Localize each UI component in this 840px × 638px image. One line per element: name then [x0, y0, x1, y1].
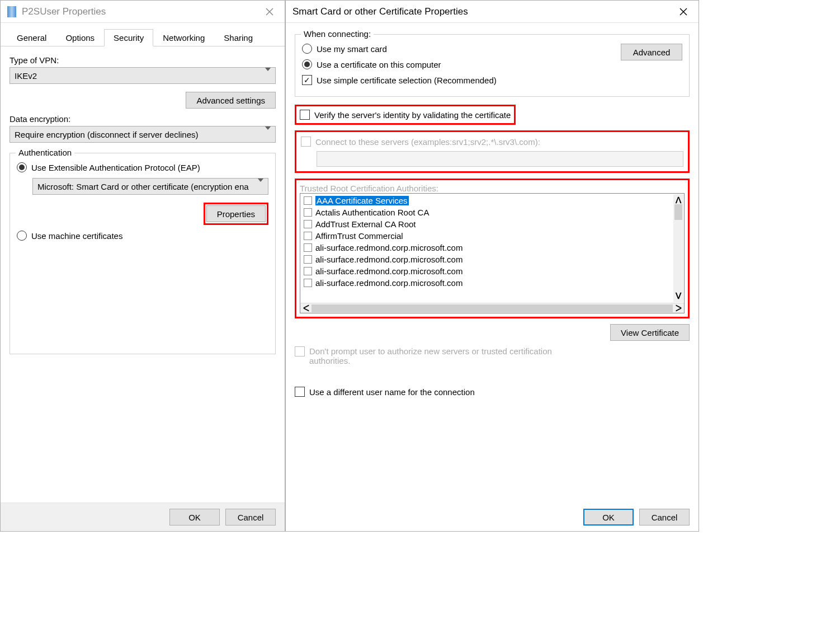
list-item[interactable]: AddTrust External CA Root [301, 218, 683, 230]
titlebar: P2SUser Properties [1, 1, 285, 23]
chevron-down-icon [265, 130, 271, 139]
simple-selection-checkbox[interactable] [302, 75, 312, 85]
connect-servers-label: Connect to these servers (examples:srv1;… [315, 137, 540, 147]
eap-radio-label: Use Extensible Authentication Protocol (… [31, 163, 200, 172]
list-item[interactable]: AffirmTrust Commercial [301, 230, 683, 242]
data-encryption-value: Require encryption (disconnect if server… [15, 130, 198, 139]
tab-sharing[interactable]: Sharing [214, 29, 262, 46]
left-footer: OK Cancel [1, 503, 285, 531]
item-checkbox[interactable] [304, 196, 312, 205]
properties-button[interactable]: Properties [206, 205, 266, 222]
item-checkbox[interactable] [304, 243, 312, 252]
vpn-type-combo[interactable]: IKEv2 [10, 67, 276, 84]
list-item[interactable]: Actalis Authentication Root CA [301, 207, 683, 218]
window-title: P2SUser Properties [22, 6, 261, 17]
cancel-button[interactable]: Cancel [225, 509, 276, 526]
verify-server-checkbox[interactable] [300, 110, 310, 120]
window-title: Smart Card or other Certificate Properti… [292, 6, 675, 17]
list-item[interactable]: AAA Certificate Services [301, 195, 683, 207]
eap-radio[interactable] [17, 162, 27, 172]
list-item[interactable]: ali-surface.redmond.corp.microsoft.com [301, 242, 683, 254]
right-footer: OK Cancel [286, 503, 699, 531]
titlebar: Smart Card or other Certificate Properti… [286, 1, 699, 23]
properties-highlight: Properties [204, 203, 268, 225]
authentication-group: Authentication Use Extensible Authentica… [10, 153, 276, 354]
connect-servers-checkbox [301, 137, 311, 147]
right-body: When connecting: Use my smart card Use a… [286, 23, 699, 503]
localcert-radio[interactable] [302, 59, 312, 69]
authentication-title: Authentication [16, 148, 74, 157]
data-encryption-combo[interactable]: Require encryption (disconnect if server… [10, 126, 276, 143]
machine-cert-radio[interactable] [17, 231, 27, 241]
eap-method-value: Microsoft: Smart Card or other certifica… [37, 182, 249, 191]
ok-button[interactable]: OK [583, 509, 634, 526]
dont-prompt-label: Don't prompt user to authorize new serve… [309, 346, 578, 365]
ok-button[interactable]: OK [169, 509, 220, 526]
chevron-down-icon [265, 71, 271, 81]
vertical-scrollbar[interactable]: ᐱ ᐯ [673, 194, 683, 302]
list-item[interactable]: ali-surface.redmond.corp.microsoft.com [301, 254, 683, 265]
close-button[interactable] [261, 3, 278, 20]
dont-prompt-checkbox [295, 346, 305, 356]
scroll-track[interactable] [312, 304, 673, 312]
view-certificate-button[interactable]: View Certificate [610, 324, 690, 341]
close-button[interactable] [675, 3, 692, 20]
vpn-type-value: IKEv2 [15, 71, 37, 81]
verify-highlight: Verify the server's identity by validati… [295, 105, 516, 125]
trusted-root-label: Trusted Root Certification Authorities: [300, 184, 438, 193]
left-body: Type of VPN: IKEv2 Advanced settings Dat… [1, 46, 285, 503]
diff-user-label: Use a different user name for the connec… [309, 387, 475, 397]
list-item[interactable]: ali-surface.redmond.corp.microsoft.com [301, 277, 683, 289]
connect-servers-highlight: Connect to these servers (examples:srv1;… [295, 130, 690, 173]
close-icon [266, 8, 273, 16]
smartcard-radio[interactable] [302, 44, 312, 54]
diff-user-checkbox[interactable] [295, 387, 305, 397]
item-checkbox[interactable] [304, 279, 312, 287]
list-item[interactable]: ali-surface.redmond.corp.microsoft.com [301, 265, 683, 277]
trusted-list-highlight: Trusted Root Certification Authorities: … [295, 179, 690, 318]
chevron-down-icon [258, 182, 263, 191]
when-connecting-group: When connecting: Use my smart card Use a… [295, 34, 690, 97]
machine-cert-label: Use machine certificates [31, 231, 122, 241]
item-checkbox[interactable] [304, 267, 312, 275]
scroll-right-icon[interactable]: ᐳ [674, 303, 683, 313]
verify-server-label: Verify the server's identity by validati… [314, 110, 511, 120]
horizontal-scrollbar[interactable]: ᐸ ᐳ [300, 303, 684, 313]
advanced-button[interactable]: Advanced [621, 44, 682, 60]
connect-servers-input [317, 151, 683, 167]
scroll-thumb[interactable] [674, 204, 682, 220]
window-icon [7, 6, 16, 17]
cancel-button[interactable]: Cancel [639, 509, 690, 526]
smartcard-radio-label: Use my smart card [317, 44, 387, 54]
eap-method-combo[interactable]: Microsoft: Smart Card or other certifica… [32, 178, 268, 195]
smartcard-properties-window: Smart Card or other Certificate Properti… [285, 0, 699, 532]
tab-networking[interactable]: Networking [153, 29, 214, 46]
item-checkbox[interactable] [304, 255, 312, 264]
vpn-type-label: Type of VPN: [10, 55, 276, 65]
localcert-radio-label: Use a certificate on this computer [317, 60, 441, 69]
p2suser-properties-window: P2SUser Properties General Options Secur… [0, 0, 285, 532]
tab-bar: General Options Security Networking Shar… [1, 23, 285, 46]
advanced-settings-button[interactable]: Advanced settings [186, 92, 276, 109]
item-checkbox[interactable] [304, 208, 312, 217]
tab-options[interactable]: Options [56, 29, 104, 46]
connecting-title: When connecting: [301, 29, 374, 39]
item-checkbox[interactable] [304, 220, 312, 228]
tab-security[interactable]: Security [104, 29, 153, 46]
data-encryption-label: Data encryption: [10, 114, 276, 124]
tab-general[interactable]: General [7, 29, 56, 46]
scroll-left-icon[interactable]: ᐸ [301, 303, 310, 313]
item-checkbox[interactable] [304, 232, 312, 240]
trusted-root-listbox[interactable]: AAA Certificate Services Actalis Authent… [300, 193, 685, 313]
simple-selection-label: Use simple certificate selection (Recomm… [317, 76, 497, 85]
close-icon [679, 8, 687, 16]
scroll-down-icon[interactable]: ᐯ [676, 291, 681, 301]
